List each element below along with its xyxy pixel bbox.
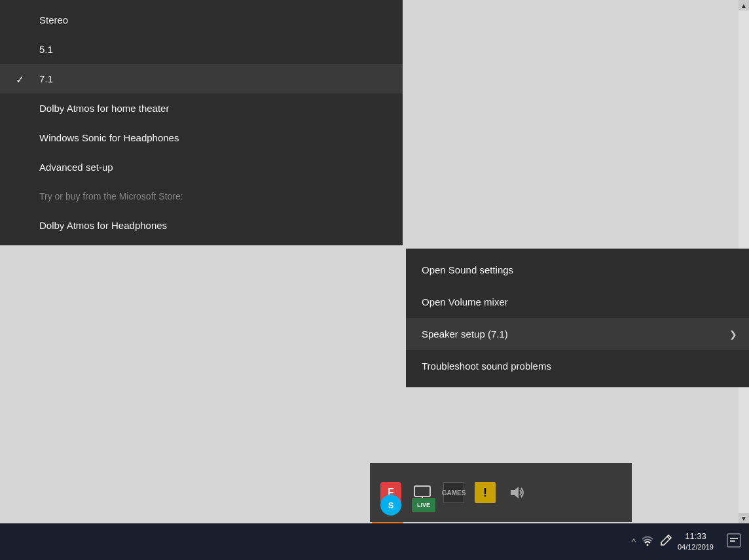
- tray-icon-speaker[interactable]: [506, 482, 527, 503]
- desktop: ▲ ▼ Stereo 5.1 7.1 Dolby Atmos for home …: [0, 0, 749, 560]
- tray-icon-warning[interactable]: !: [475, 482, 496, 503]
- svg-point-4: [646, 544, 648, 546]
- svg-marker-3: [511, 487, 519, 499]
- svg-rect-6: [727, 534, 740, 547]
- scroll-up-button[interactable]: ▲: [739, 0, 749, 10]
- tray-icon-skype[interactable]: S: [380, 495, 401, 516]
- menu-item-5-1[interactable]: 5.1: [0, 35, 403, 64]
- notification-button[interactable]: [727, 533, 741, 550]
- menu-item-stereo[interactable]: Stereo: [0, 5, 403, 35]
- tray-icon-live[interactable]: LIVE: [412, 498, 435, 512]
- menu-item-advanced-setup[interactable]: Advanced set-up: [0, 152, 403, 182]
- app-icons-row: S LIVE: [370, 492, 446, 518]
- menu-item-open-volume[interactable]: Open Volume mixer: [406, 286, 749, 318]
- taskbar-clock[interactable]: 11:33 04/12/2019: [678, 531, 714, 553]
- clock-time: 11:33: [678, 531, 714, 542]
- wifi-icon[interactable]: [641, 534, 654, 550]
- menu-item-troubleshoot[interactable]: Troubleshoot sound problems: [406, 350, 749, 382]
- taskbar: ^ 11:33 04/12/2019: [0, 523, 749, 560]
- menu-section-label: Try or buy from the Microsoft Store:: [0, 182, 403, 211]
- menu-item-open-volume-label: Open Volume mixer: [422, 296, 508, 307]
- taskbar-system-tray: ^ 11:33 04/12/2019: [632, 531, 749, 553]
- menu-item-speaker-setup[interactable]: Speaker setup (7.1) ❯: [406, 318, 749, 350]
- menu-item-7-1[interactable]: 7.1: [0, 64, 403, 94]
- chevron-right-icon: ❯: [729, 329, 737, 340]
- svg-line-5: [667, 536, 670, 539]
- show-hidden-icons-button[interactable]: ^: [632, 537, 636, 546]
- pen-icon[interactable]: [659, 534, 672, 550]
- speaker-setup-submenu: Stereo 5.1 7.1 Dolby Atmos for home thea…: [0, 0, 403, 245]
- right-context-menu: Open Sound settings Open Volume mixer Sp…: [406, 249, 749, 387]
- menu-item-open-sound-label: Open Sound settings: [422, 264, 513, 275]
- menu-item-open-sound[interactable]: Open Sound settings: [406, 254, 749, 286]
- menu-item-troubleshoot-label: Troubleshoot sound problems: [422, 360, 551, 372]
- menu-item-dolby-atmos-headphones[interactable]: Dolby Atmos for Headphones: [0, 211, 403, 240]
- menu-item-dolby-atmos-home[interactable]: Dolby Atmos for home theater: [0, 94, 403, 123]
- menu-item-windows-sonic[interactable]: Windows Sonic for Headphones: [0, 123, 403, 152]
- scroll-down-button[interactable]: ▼: [739, 513, 749, 523]
- tray-icon-games[interactable]: GAMES: [443, 482, 464, 503]
- clock-date: 04/12/2019: [678, 542, 714, 552]
- menu-item-speaker-setup-label: Speaker setup (7.1): [422, 328, 508, 340]
